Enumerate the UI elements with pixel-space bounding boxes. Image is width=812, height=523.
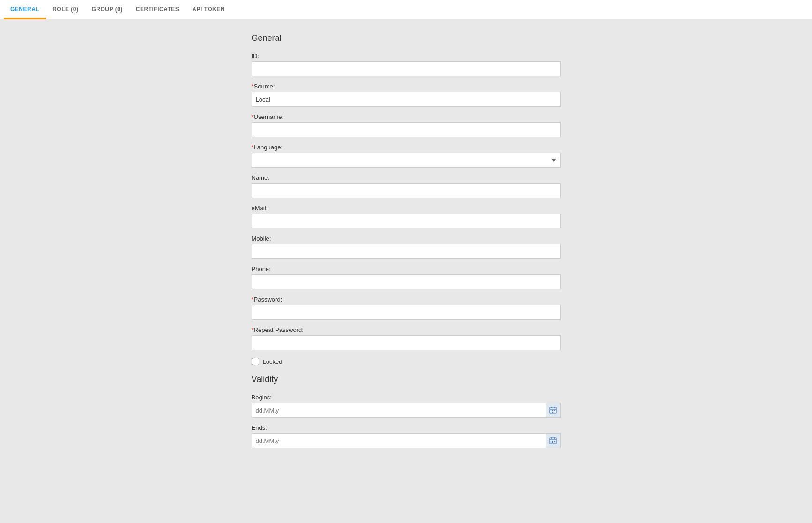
field-group-source: *Source: [252,83,561,107]
field-group-name: Name: [252,174,561,198]
svg-rect-16 [551,442,551,443]
field-group-ends: Ends: [252,424,561,448]
svg-rect-7 [551,412,551,413]
svg-rect-8 [552,412,553,413]
ends-date-input[interactable] [252,433,561,448]
tab-group-label: GROUP (0) [92,6,123,13]
id-label: ID: [252,52,561,59]
name-input[interactable] [252,183,561,198]
tab-general[interactable]: GENERAL [4,0,46,19]
field-group-begins: Begins: [252,394,561,418]
begins-calendar-icon[interactable] [546,403,561,418]
svg-rect-15 [554,441,555,442]
password-label: *Password: [252,296,561,303]
svg-rect-14 [552,441,553,442]
svg-rect-4 [551,410,551,411]
form-panel: General ID: *Source: *Username: *Langua [252,33,561,455]
repeat-password-input[interactable] [252,335,561,350]
tab-group[interactable]: GROUP (0) [85,0,129,19]
name-label: Name: [252,174,561,181]
id-input[interactable] [252,61,561,76]
main-content: General ID: *Source: *Username: *Langua [0,19,812,469]
mobile-input[interactable] [252,244,561,259]
locked-label: Locked [263,358,283,365]
tab-api-token[interactable]: API TOKEN [186,0,231,19]
field-group-mobile: Mobile: [252,235,561,259]
validity-section: Validity Begins: [252,375,561,448]
email-label: eMail: [252,205,561,212]
field-group-username: *Username: [252,113,561,137]
locked-checkbox-row: Locked [252,358,561,365]
locked-checkbox[interactable] [252,358,259,365]
begins-date-input[interactable] [252,403,561,418]
begins-label: Begins: [252,394,561,401]
field-group-phone: Phone: [252,265,561,289]
validity-section-title: Validity [252,375,561,384]
password-input[interactable] [252,305,561,320]
mobile-label: Mobile: [252,235,561,242]
field-group-language: *Language: [252,144,561,168]
svg-rect-6 [554,410,555,411]
ends-calendar-icon[interactable] [546,433,561,448]
repeat-password-label: *Repeat Password: [252,326,561,333]
field-group-repeat-password: *Repeat Password: [252,326,561,350]
phone-input[interactable] [252,274,561,289]
svg-rect-17 [552,442,553,443]
tab-role-label: ROLE (0) [52,6,78,13]
field-group-email: eMail: [252,205,561,228]
language-label: *Language: [252,144,561,151]
tab-role[interactable]: ROLE (0) [46,0,85,19]
language-select[interactable] [252,153,561,168]
username-input[interactable] [252,122,561,137]
ends-date-wrapper [252,433,561,448]
language-select-wrapper [252,153,561,168]
field-group-id: ID: [252,52,561,76]
username-label: *Username: [252,113,561,120]
source-input[interactable] [252,92,561,107]
field-group-password: *Password: [252,296,561,320]
svg-rect-13 [551,441,551,442]
email-input[interactable] [252,214,561,228]
tab-general-label: GENERAL [10,6,39,13]
general-section-title: General [252,33,561,43]
begins-date-wrapper [252,403,561,418]
svg-rect-5 [552,410,553,411]
source-label: *Source: [252,83,561,90]
tab-certificates-label: CERTIFICATES [136,6,179,13]
tab-certificates[interactable]: CERTIFICATES [129,0,186,19]
phone-label: Phone: [252,265,561,273]
tabs-bar: GENERAL ROLE (0) GROUP (0) CERTIFICATES … [0,0,812,19]
ends-label: Ends: [252,424,561,431]
tab-api-token-label: API TOKEN [192,6,225,13]
